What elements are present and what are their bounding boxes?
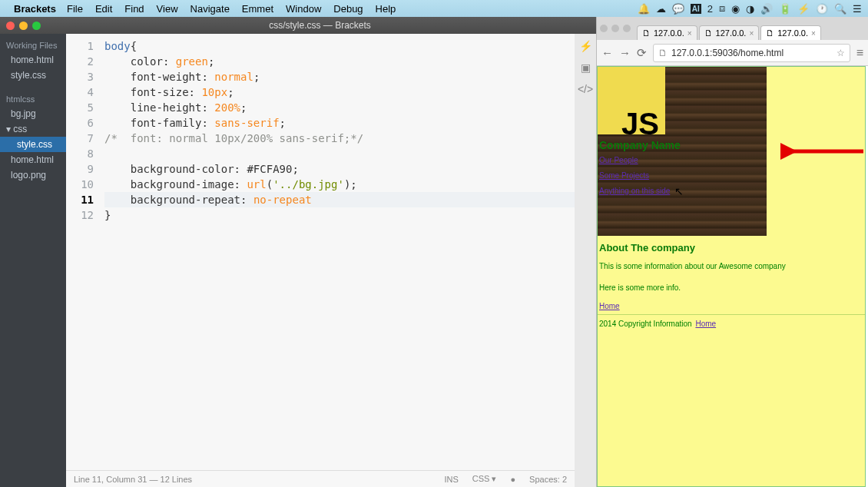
page-h2: About The company <box>598 240 865 256</box>
page-icon: 🗋 <box>658 48 668 58</box>
mouse-cursor-icon: ↖ <box>674 184 684 199</box>
status-bar: Line 11, Column 31 — 12 Lines INS CSS ▾ … <box>66 470 575 487</box>
address-bar[interactable]: 🗋 127.0.0.1:59036/home.html ☆ <box>653 44 850 62</box>
tree-file[interactable]: home.html <box>0 152 66 167</box>
live-preview-icon[interactable]: ⚡ <box>579 40 592 52</box>
tab-label: 127.0.0. <box>654 28 684 38</box>
tree-folder-label: css <box>13 124 27 134</box>
nav-link-home[interactable]: Home <box>598 299 865 314</box>
chrome-window: 🗋 127.0.0.× 🗋 127.0.0.× 🗋 127.0.0.× ← → … <box>596 17 868 487</box>
nav-link[interactable]: Our People <box>598 153 767 168</box>
browser-tab-active[interactable]: 🗋 127.0.0.× <box>760 25 821 40</box>
menu-window[interactable]: Window <box>286 3 321 15</box>
page-paragraph: Here is some more info. <box>598 277 865 299</box>
right-toolbar: ⚡ ▣ </> <box>575 34 596 487</box>
footer-text: 2014 Copyright Information <box>599 320 694 328</box>
extension-manager-icon[interactable]: ▣ <box>581 61 591 74</box>
tree-file[interactable]: logo.png <box>0 167 66 183</box>
project-header[interactable]: htmlcss <box>0 92 66 106</box>
browser-toolbar: ← → ⟳ 🗋 127.0.0.1:59036/home.html ☆ ≡ <box>597 40 868 66</box>
menubar-right: 🔔 ☁ 💬 AI 2 ⧈ ◉ ◑ 🔊 🔋 ⚡ 🕐 🔍 ☰ <box>638 2 862 15</box>
mac-menubar: Brackets File Edit Find View Navigate Em… <box>0 0 868 17</box>
tree-file-selected[interactable]: style.css <box>0 137 66 152</box>
menu-navigate[interactable]: Navigate <box>190 3 230 15</box>
zoom-window-icon[interactable] <box>32 22 41 30</box>
reload-icon[interactable]: ⟳ <box>637 46 647 60</box>
forward-icon[interactable]: → <box>619 46 631 59</box>
menu-find[interactable]: Find <box>124 3 144 15</box>
app-name[interactable]: Brackets <box>14 3 56 15</box>
minimize-window-icon[interactable] <box>19 22 28 30</box>
close-window-icon[interactable] <box>6 22 15 30</box>
close-tab-icon[interactable]: × <box>687 29 692 38</box>
status-cursor: Line 11, Column 31 — 12 Lines <box>74 475 430 484</box>
code-lines[interactable]: body{ color: green; font-weight: normal;… <box>101 34 575 470</box>
editor-title: css/style.css — Brackets <box>50 20 590 31</box>
browser-tabstrip: 🗋 127.0.0.× 🗋 127.0.0.× 🗋 127.0.0.× <box>597 17 868 40</box>
code-editor[interactable]: 123456789101112 body{ color: green; font… <box>66 34 575 470</box>
editor-sidebar: Working Files home.html style.css htmlcs… <box>0 34 66 487</box>
minimize-window-icon[interactable] <box>611 25 619 32</box>
page-paragraph: This is some information about our Aweso… <box>598 256 865 277</box>
page-h1: Company Name <box>598 137 767 153</box>
browser-tab[interactable]: 🗋 127.0.0.× <box>637 25 697 40</box>
rendered-page: JS Company Name Our People Some Projects… <box>597 66 866 487</box>
tab-label: 127.0.0. <box>777 28 808 38</box>
working-file[interactable]: style.css <box>0 68 66 83</box>
chat-icon[interactable]: 💬 <box>672 3 684 15</box>
adobe-icon[interactable]: AI <box>691 4 701 14</box>
working-files-header: Working Files <box>0 38 66 52</box>
status-spaces[interactable]: Spaces: 2 <box>529 475 567 484</box>
logo: JS <box>598 67 665 134</box>
background-image: JS Company Name Our People Some Projects… <box>598 67 767 236</box>
close-tab-icon[interactable]: × <box>749 29 754 38</box>
line-gutter: 123456789101112 <box>66 34 101 470</box>
page-footer: 2014 Copyright Information Home <box>598 314 865 333</box>
clock-icon[interactable]: 🕐 <box>816 3 828 15</box>
annotation-arrow-icon <box>780 141 865 161</box>
menu-debug[interactable]: Debug <box>333 3 363 15</box>
nav-link[interactable]: Some Projects <box>598 168 767 184</box>
window-controls <box>6 22 41 30</box>
status-lint-icon[interactable]: ● <box>510 475 515 484</box>
browser-viewport: JS Company Name Our People Some Projects… <box>597 66 868 487</box>
zoom-window-icon[interactable] <box>623 25 631 32</box>
menu-view[interactable]: View <box>157 3 178 15</box>
menu-icon[interactable]: ☰ <box>853 3 862 15</box>
battery-icon[interactable]: 🔋 <box>779 3 791 15</box>
browser-tab[interactable]: 🗋 127.0.0.× <box>699 25 760 40</box>
menu-emmet[interactable]: Emmet <box>242 3 273 15</box>
status-ins[interactable]: INS <box>444 475 458 484</box>
tab-label: 127.0.0. <box>716 28 747 38</box>
browser-window-controls <box>600 25 631 32</box>
sync-icon[interactable]: ◉ <box>731 3 740 15</box>
code-area: 123456789101112 body{ color: green; font… <box>66 34 575 487</box>
code-hint-icon[interactable]: </> <box>578 83 593 95</box>
close-window-icon[interactable] <box>600 25 608 32</box>
menu-edit[interactable]: Edit <box>95 3 112 15</box>
chrome-menu-icon[interactable]: ≡ <box>856 46 863 60</box>
bell-icon[interactable]: 🔔 <box>638 3 650 15</box>
footer-link[interactable]: Home <box>694 320 716 328</box>
editor-titlebar: css/style.css — Brackets <box>0 17 596 34</box>
notification-count[interactable]: 2 <box>707 3 713 15</box>
wifi-icon[interactable]: ⚡ <box>797 3 810 15</box>
back-icon[interactable]: ← <box>601 46 613 59</box>
close-tab-icon[interactable]: × <box>811 29 816 38</box>
volume-icon[interactable]: 🔊 <box>760 3 773 15</box>
cloud-icon[interactable]: ☁ <box>656 3 666 15</box>
menu-file[interactable]: File <box>67 3 83 15</box>
menu-help[interactable]: Help <box>376 3 396 15</box>
bookmark-icon[interactable]: ☆ <box>837 48 845 58</box>
url-text: 127.0.0.1:59036/home.html <box>671 48 784 58</box>
spotlight-icon[interactable]: 🔍 <box>834 3 846 15</box>
status-lang[interactable]: CSS ▾ <box>472 474 497 484</box>
working-file[interactable]: home.html <box>0 52 66 68</box>
tree-folder[interactable]: ▾ css <box>0 121 66 137</box>
brackets-window: css/style.css — Brackets Working Files h… <box>0 17 596 487</box>
tree-file[interactable]: bg.jpg <box>0 106 66 121</box>
shield-icon[interactable]: ◑ <box>746 3 754 15</box>
dropbox-icon[interactable]: ⧈ <box>719 2 725 15</box>
